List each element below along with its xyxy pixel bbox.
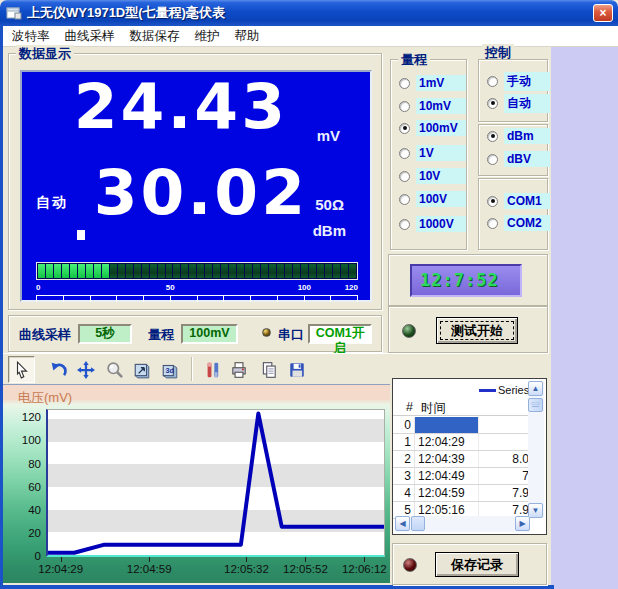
print-button[interactable]	[225, 356, 252, 383]
control-option-COM1[interactable]: COM1	[487, 193, 550, 209]
control-option-手动[interactable]: 手动	[487, 73, 550, 89]
table-row[interactable]: 212:04:398.0	[393, 451, 529, 468]
radio-unselected-icon[interactable]	[487, 76, 498, 87]
bar-segment	[142, 264, 149, 278]
x-axis-tick	[246, 557, 247, 562]
range-option-100V[interactable]: 100V	[399, 191, 466, 207]
range-option-10V[interactable]: 10V	[399, 168, 466, 184]
test-group: 测试开始	[388, 306, 548, 353]
cell-time[interactable]: 12:04:29	[415, 434, 479, 450]
cell-value[interactable]: 8.0	[479, 451, 529, 467]
cell-index[interactable]: 2	[393, 451, 415, 467]
cell-time[interactable]	[415, 417, 479, 433]
range-option-1mV[interactable]: 1mV	[399, 75, 466, 91]
scroll-down-icon[interactable]: ▼	[528, 503, 543, 518]
zoom-button[interactable]	[101, 356, 128, 383]
menu-item-1[interactable]: 波特率	[6, 26, 59, 47]
undo-button[interactable]	[45, 356, 72, 383]
save-button[interactable]	[283, 356, 310, 383]
cell-value[interactable]: 7	[479, 468, 529, 484]
radio-unselected-icon[interactable]	[487, 154, 498, 165]
vertical-scroll-thumb[interactable]	[528, 398, 543, 412]
pan-button[interactable]	[72, 356, 99, 383]
cell-index[interactable]: 1	[393, 434, 415, 450]
rotate-3d-button[interactable]: 3d	[156, 356, 183, 383]
y-axis-label: 80	[5, 458, 41, 470]
menu-item-5[interactable]: 帮助	[229, 26, 269, 47]
cell-time[interactable]: 12:04:49	[415, 468, 479, 484]
radio-selected-icon[interactable]	[487, 131, 498, 142]
control-option-dBm[interactable]: dBm	[487, 128, 550, 144]
bar-segment	[301, 264, 308, 278]
cell-index[interactable]: 4	[393, 485, 415, 501]
level-bar-graph	[36, 262, 358, 280]
table-row[interactable]: 412:04:597.9	[393, 485, 529, 502]
ruler-tick	[143, 296, 144, 302]
menu-bar: 波特率曲线采样数据保存维护帮助	[3, 26, 618, 47]
horizontal-scroll-thumb[interactable]	[411, 516, 425, 531]
table-row[interactable]: 112:04:29	[393, 434, 529, 451]
radio-selected-icon[interactable]	[487, 98, 498, 109]
primary-reading: 24.43	[48, 74, 288, 140]
horizontal-scrollbar[interactable]: ◀ ▶	[395, 516, 530, 532]
y-axis-label: 0	[5, 550, 41, 562]
radio-unselected-icon[interactable]	[399, 219, 410, 230]
control-option-自动[interactable]: 自动	[487, 95, 550, 111]
table-row[interactable]: 312:04:497	[393, 468, 529, 485]
cell-index[interactable]: 0	[393, 417, 415, 433]
start-test-button[interactable]: 测试开始	[436, 317, 518, 344]
bar-segment	[126, 264, 133, 278]
select-cursor-button[interactable]	[8, 356, 35, 383]
data-table-panel: Series # 时间 0112:04:29212:04:398.0312:04…	[392, 378, 547, 535]
range-option-1000V[interactable]: 1000V	[399, 216, 466, 232]
table-row[interactable]: 0	[393, 417, 529, 434]
radio-unselected-icon[interactable]	[399, 78, 410, 89]
vertical-scrollbar[interactable]: ▲ ▼	[528, 381, 544, 518]
radio-unselected-icon[interactable]	[399, 148, 410, 159]
range-option-100mV[interactable]: 100mV	[399, 120, 466, 136]
bar-segment	[189, 264, 196, 278]
bar-scale-label: 120	[345, 283, 358, 292]
menu-item-2[interactable]: 曲线采样	[59, 26, 124, 47]
window-title: 上无仪WY1971D型(七量程)毫伏表	[27, 4, 225, 22]
scroll-right-icon[interactable]: ▶	[515, 516, 530, 531]
close-button[interactable]: ×	[593, 4, 613, 22]
rotate-3d-icon: 3d	[161, 361, 179, 379]
save-record-button[interactable]: 保存记录	[435, 552, 519, 577]
scroll-left-icon[interactable]: ◀	[395, 516, 410, 531]
radio-unselected-icon[interactable]	[399, 171, 410, 182]
range-group: 量程 1mV10mV100mV1V10V100V1000V	[390, 59, 467, 250]
x-axis-tick	[364, 557, 365, 562]
cell-time[interactable]: 12:04:39	[415, 451, 479, 467]
cell-time[interactable]: 12:04:59	[415, 485, 479, 501]
cell-index[interactable]: 3	[393, 468, 415, 484]
bar-segment	[325, 264, 332, 278]
scroll-up-icon[interactable]: ▲	[528, 381, 543, 396]
zoom-window-button[interactable]	[128, 356, 155, 383]
cell-value[interactable]	[479, 417, 529, 433]
menu-item-3[interactable]: 数据保存	[124, 26, 189, 47]
tools-button[interactable]	[199, 356, 226, 383]
sample-rate-field: 5秒	[78, 324, 132, 344]
y-axis-label: 60	[5, 481, 41, 493]
radio-unselected-icon[interactable]	[399, 194, 410, 205]
y-axis-label: 120	[5, 411, 41, 423]
radio-unselected-icon[interactable]	[399, 101, 410, 112]
radio-selected-icon[interactable]	[399, 123, 410, 134]
cell-value[interactable]	[479, 434, 529, 450]
app-icon	[6, 6, 22, 20]
radio-selected-icon[interactable]	[487, 196, 498, 207]
radio-unselected-icon[interactable]	[487, 218, 498, 229]
bar-segment	[62, 264, 69, 278]
cell-value[interactable]: 7.9	[479, 485, 529, 501]
clock-group: 12:7:52	[388, 254, 548, 306]
menu-item-4[interactable]: 维护	[189, 26, 229, 47]
range-option-1V[interactable]: 1V	[399, 145, 466, 161]
range-option-10mV[interactable]: 10mV	[399, 98, 466, 114]
sample-rate-label: 曲线采样	[19, 326, 71, 344]
zoom-icon	[106, 361, 124, 379]
control-option-dBV[interactable]: dBV	[487, 151, 550, 167]
voltage-chart: 电压(mV) 02040608010012012:04:2912:04:5912…	[3, 384, 390, 583]
copy-button[interactable]	[255, 356, 282, 383]
control-option-COM2[interactable]: COM2	[487, 215, 550, 231]
